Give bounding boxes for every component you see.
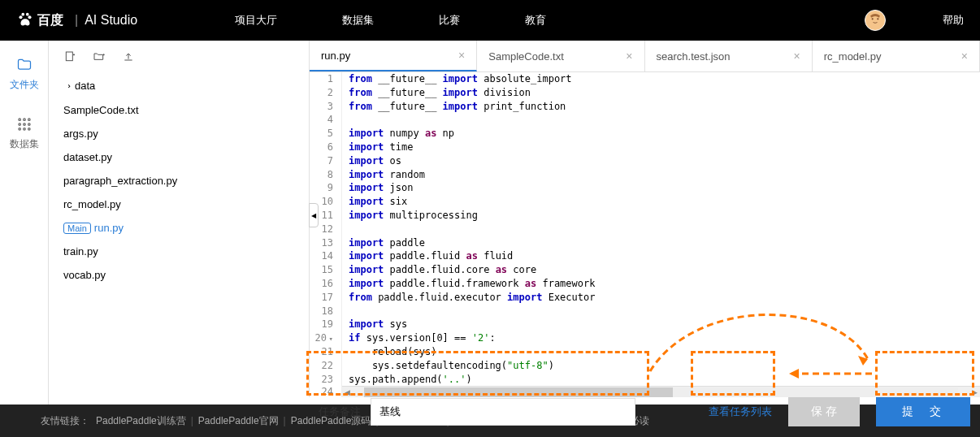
new-folder-icon[interactable] [93,50,106,63]
left-tab-datasets[interactable]: 数据集 [10,116,39,151]
editor-tab[interactable]: run.py× [310,41,477,71]
close-icon[interactable]: × [961,50,968,63]
editor-tab[interactable]: search.test.json× [645,41,813,71]
svg-point-8 [23,119,25,121]
svg-point-15 [28,128,30,131]
close-icon[interactable]: × [458,49,465,62]
nav-item-projects[interactable]: 项目大厅 [235,13,277,28]
line-number: 16 [310,277,342,291]
tree-file-label: paragraph_extraction.py [63,175,177,187]
footer-separator: | [284,415,286,426]
svg-point-6 [877,18,878,19]
code-editor[interactable]: 1from __future__ import absolute_import2… [310,72,980,386]
upload-icon[interactable] [122,50,135,63]
code-line-content: from __future__ import print_function [342,100,566,114]
footer-prefix: 友情链接： [41,414,89,428]
line-number: 17 [310,291,342,305]
svg-point-3 [26,13,29,16]
tree-file[interactable]: vocab.py [55,263,302,287]
tree-file[interactable]: args.py [55,122,302,145]
logo[interactable]: 百度 | AI Studio [16,11,137,29]
tree-folder-data[interactable]: ⌃ data [55,73,302,98]
save-button[interactable]: 保 存 [788,397,860,426]
scrollbar-thumb[interactable] [364,387,673,397]
line-number: 19 [310,318,342,331]
code-line-content: from __future__ import absolute_import [342,72,572,86]
nav-item-education[interactable]: 教育 [525,13,546,28]
code-line-content: import os [342,154,401,168]
code-line-content: import numpy as np [342,127,454,141]
line-number: 2 [310,86,342,100]
code-line-content: import paddle.fluid.framework as framewo… [342,277,595,291]
tab-label: rc_model.py [824,50,882,63]
footer-link[interactable]: PaddlePaddle官网 [198,415,279,426]
tree-file[interactable]: rc_model.py [55,193,302,216]
code-line-content: import paddle.fluid.core as core [342,263,536,277]
svg-point-13 [18,128,20,131]
code-line-content: sys.path.append('..') [342,373,472,387]
code-line-content: import six [342,195,407,209]
scroll-left-icon[interactable]: ◀ [342,388,353,396]
left-tab-files-label: 文件夹 [10,78,39,92]
help-link[interactable]: 帮助 [943,13,964,28]
new-file-icon[interactable] [63,50,76,63]
nav-item-datasets[interactable]: 数据集 [342,13,374,28]
close-icon[interactable]: × [794,50,800,63]
close-icon[interactable]: × [626,50,632,63]
code-line-content: import random [342,168,425,182]
tree-file[interactable]: SampleCode.txt [55,98,302,122]
dataset-icon [16,116,33,132]
tab-label: search.test.json [657,50,731,63]
svg-point-1 [28,15,31,19]
chevron-icon: ⌃ [63,83,72,89]
code-line-content: import time [342,141,413,154]
tree-file-label: train.py [63,245,98,257]
svg-point-5 [872,18,874,19]
line-number: 4 [310,113,342,127]
code-line-content: if sys.version[0] == '2': [342,331,496,345]
code-line-content: from paddle.fluid.executor import Execut… [342,291,595,305]
code-line-content: import paddle.fluid as fluid [342,249,513,263]
line-number: 7 [310,154,342,168]
line-number: 24 [310,386,342,397]
horizontal-scrollbar[interactable]: ◀ ▶ [342,386,980,397]
line-number: 5 [310,127,342,141]
editor-tab[interactable]: rc_model.py× [813,41,980,71]
line-number: 13 [310,236,342,250]
avatar[interactable] [865,10,886,31]
left-tab-datasets-label: 数据集 [10,137,39,151]
logo-studio-text: AI Studio [85,13,137,28]
collapse-sidebar-handle[interactable]: ◀ [309,203,319,227]
code-line-content [342,305,349,318]
tree-file-label: rc_model.py [63,198,121,210]
scroll-right-icon[interactable]: ▶ [969,388,980,396]
code-line-content [342,223,349,236]
nav-item-competitions[interactable]: 比赛 [439,13,460,28]
line-number: 18 [310,305,342,318]
task-note-label: 任务备注 [319,405,361,419]
left-rail: 文件夹 数据集 [0,41,49,405]
tree-file[interactable]: Mainrun.py [55,216,302,240]
logo-divider: | [75,13,78,28]
svg-point-14 [23,128,25,131]
task-note-input[interactable] [371,398,635,426]
footer-link[interactable]: PaddlePaddle训练营 [96,415,186,426]
code-line-content: import sys [342,318,407,331]
tree-file[interactable]: train.py [55,240,302,263]
view-task-list-link[interactable]: 查看任务列表 [709,405,772,419]
left-tab-files[interactable]: 文件夹 [10,57,39,92]
editor-tab[interactable]: SampleCode.txt× [477,41,644,71]
tree-file-label: dataset.py [63,151,112,163]
tree-file-label: SampleCode.txt [63,104,139,116]
footer-separator: | [191,415,193,426]
svg-point-7 [18,119,20,121]
fold-toggle-icon[interactable]: ▾ [327,334,333,344]
line-number: 9 [310,181,342,195]
submit-button[interactable]: 提 交 [876,397,970,426]
tree-file[interactable]: dataset.py [55,145,302,169]
tree-file[interactable]: paragraph_extraction.py [55,169,302,193]
tree-toolbar [55,50,302,63]
editor-tabs: run.py×SampleCode.txt×search.test.json×r… [310,41,980,72]
tab-label: run.py [321,50,350,62]
editor-area: ◀ run.py×SampleCode.txt×search.test.json… [309,41,980,397]
